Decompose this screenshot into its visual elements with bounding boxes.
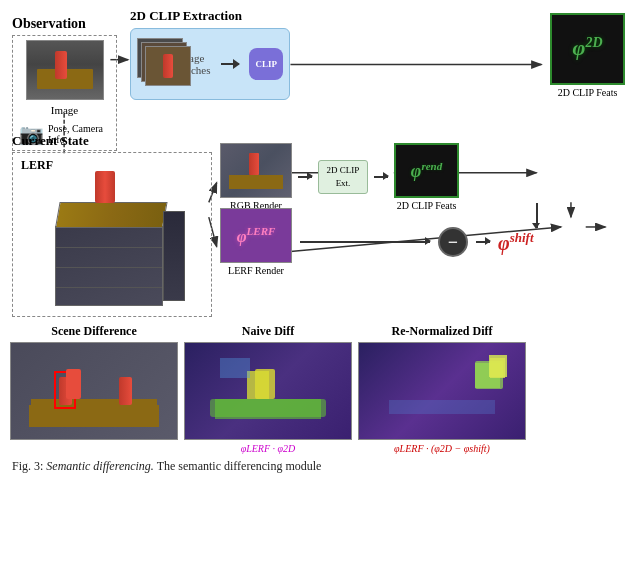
phi2d-overlay: φ2D bbox=[552, 15, 623, 81]
arrow-head-3 bbox=[383, 172, 389, 180]
phi2d-label: 2D CLIP Feats bbox=[550, 87, 625, 98]
renorm-diff-image bbox=[358, 342, 526, 440]
hline2 bbox=[56, 267, 162, 268]
arrow-head-4 bbox=[425, 237, 431, 245]
bottom-row-images: Scene Difference Naive Dif bbox=[10, 324, 630, 454]
arrow-to-minus bbox=[300, 241, 430, 243]
main-container: Observation Image 📷 Pose, Camera Info 2D… bbox=[0, 0, 640, 576]
scene-diff-title: Scene Difference bbox=[51, 324, 136, 339]
minus-sign: − bbox=[448, 233, 458, 251]
box-front-face bbox=[55, 226, 163, 306]
arrow-to-clip-ext bbox=[298, 176, 312, 178]
phi-rend-overlay: φrend bbox=[396, 145, 457, 196]
can-in-patch bbox=[163, 54, 173, 78]
phi-rend-section: φrend 2D CLIP Feats bbox=[394, 143, 459, 211]
arrow-down-head bbox=[532, 223, 540, 229]
scene-diff-group: Scene Difference bbox=[10, 324, 178, 440]
diagram-wrapper: Observation Image 📷 Pose, Camera Info 2D… bbox=[10, 8, 630, 318]
arrow-head-2 bbox=[307, 172, 313, 180]
rgb-render-inner bbox=[221, 144, 291, 197]
rgb-render-row: RGB Render 2D CLIP Ext. φrend bbox=[220, 143, 459, 211]
patch-3 bbox=[145, 46, 191, 86]
can-2 bbox=[119, 377, 132, 405]
renorm-diff-title: Re-Normalized Diff bbox=[392, 324, 493, 339]
lerf-render-row: φLERF LERF Render − φshift bbox=[220, 208, 534, 276]
renorm-blob-2 bbox=[489, 355, 507, 377]
clip-extraction-section: 2D CLIP Extraction Image Patches bbox=[130, 8, 290, 100]
renorm-blob-3 bbox=[389, 400, 495, 414]
3d-box bbox=[40, 171, 185, 306]
current-state-section: Current State LERF bbox=[12, 133, 212, 317]
phi-shift-section: φshift bbox=[498, 230, 534, 255]
box-side-face bbox=[163, 211, 185, 301]
lerf-render-label: LERF Render bbox=[228, 265, 284, 276]
phi-rend-symbol: φrend bbox=[411, 160, 442, 182]
caption-fig: Fig. 3: bbox=[12, 459, 43, 473]
naive-formula: φLERF · φ2D bbox=[241, 443, 296, 454]
clip-title: 2D CLIP Extraction bbox=[130, 8, 290, 24]
obs-image-label: Image bbox=[51, 104, 78, 116]
red-bbox bbox=[54, 371, 76, 409]
naive-diff-image bbox=[184, 342, 352, 440]
lerf-render-image: φLERF bbox=[220, 208, 292, 263]
clip-ext-label: 2D CLIP Ext. bbox=[327, 165, 360, 188]
table-surface bbox=[29, 405, 159, 427]
box-top-face bbox=[55, 202, 168, 228]
clip-ext-box: 2D CLIP Ext. bbox=[318, 160, 368, 193]
obs-scene-image bbox=[26, 40, 104, 100]
image-patches bbox=[137, 38, 167, 90]
phi2d-section: φ2D 2D CLIP Feats bbox=[550, 13, 625, 98]
blob-2 bbox=[247, 371, 269, 399]
clip-internal-arrow bbox=[221, 63, 239, 65]
scene-diff-inner bbox=[11, 343, 177, 439]
renorm-diff-inner bbox=[359, 343, 525, 439]
caption-text: The semantic differencing module bbox=[157, 459, 322, 473]
observation-title: Observation bbox=[12, 16, 117, 32]
blob-3 bbox=[220, 358, 250, 378]
rgb-render-image bbox=[220, 143, 292, 198]
phi-shift-symbol: φshift bbox=[498, 230, 534, 255]
lerf-render-group: φLERF LERF Render bbox=[220, 208, 292, 276]
hline1 bbox=[56, 247, 162, 248]
naive-diff-title: Naive Diff bbox=[242, 324, 294, 339]
arrow-to-phi-shift bbox=[476, 241, 490, 243]
observation-section: Observation Image 📷 Pose, Camera Info bbox=[12, 16, 117, 151]
phi2d-grid: φ2D bbox=[550, 13, 625, 85]
naive-diff-inner bbox=[185, 343, 351, 439]
blob-1 bbox=[210, 399, 326, 417]
lerf-box: LERF bbox=[12, 152, 212, 317]
caption-italic: Semantic differencing. bbox=[46, 459, 154, 473]
arrow-head bbox=[233, 59, 240, 69]
arrow-to-phi-rend bbox=[374, 176, 388, 178]
hline3 bbox=[56, 287, 162, 288]
vertical-arrow-rend-minus bbox=[536, 203, 538, 228]
renorm-formula: φLERF · (φ2D − φshift) bbox=[394, 443, 490, 454]
arrow-head-5 bbox=[485, 237, 491, 245]
naive-diff-group: Naive Diff φLERF · φ2D bbox=[184, 324, 352, 454]
scene-diff-image bbox=[10, 342, 178, 440]
obs-scene-inner bbox=[27, 41, 103, 99]
current-state-title: Current State bbox=[12, 133, 212, 149]
phi2d-symbol: φ2D bbox=[573, 35, 603, 61]
rgb-render-group: RGB Render bbox=[220, 143, 292, 211]
minus-circle: − bbox=[438, 227, 468, 257]
renorm-diff-group: Re-Normalized Diff φLERF · (φ2D − φshift… bbox=[358, 324, 526, 454]
phi-rend-grid: φrend bbox=[394, 143, 459, 198]
bottom-images-section: Scene Difference Naive Dif bbox=[10, 324, 630, 568]
can-3d bbox=[95, 171, 115, 203]
lerf-phi-symbol: φLERF bbox=[237, 225, 276, 247]
clip-chip: CLIP bbox=[249, 48, 283, 80]
clip-box: Image Patches CLIP bbox=[130, 28, 290, 100]
caption: Fig. 3: Semantic differencing. The seman… bbox=[10, 458, 630, 475]
